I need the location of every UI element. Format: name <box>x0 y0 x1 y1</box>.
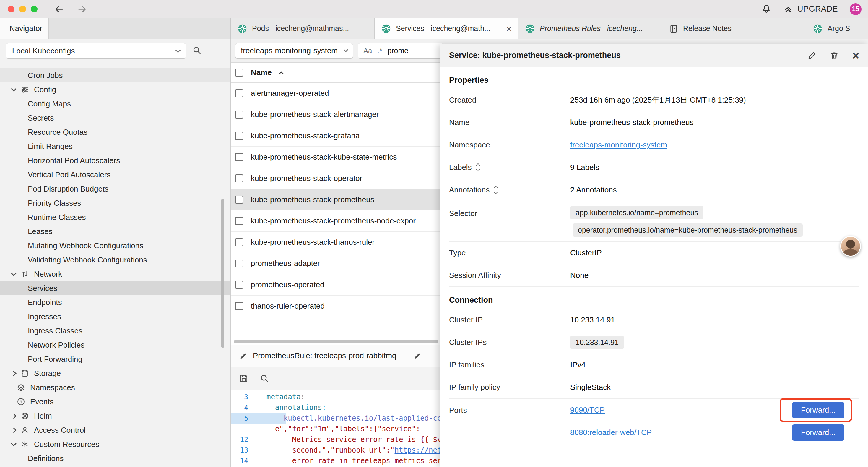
helm-icon <box>20 411 29 420</box>
port-link-8080[interactable]: 8080:reloader-web/TCP <box>570 428 652 437</box>
sidebar-item-secrets[interactable]: Secrets <box>0 111 230 125</box>
sidebar-item-ingresses[interactable]: Ingresses <box>0 310 230 324</box>
upgrade-button[interactable]: UPGRADE <box>783 4 838 14</box>
sidebar-group-access-control[interactable]: Access Control <box>0 423 230 437</box>
sidebar-item-definitions[interactable]: Definitions <box>0 451 230 466</box>
sidebar-search-icon[interactable] <box>192 46 202 56</box>
code-text: error rate in freeleaps metrics ser <box>255 456 441 466</box>
detail-row-annotations: Annotations 2 Annotations <box>449 179 859 201</box>
table-search-input[interactable]: Aa .* prome <box>358 43 444 59</box>
sidebar-item-runtime-classes[interactable]: Runtime Classes <box>0 210 230 224</box>
sidebar-toolbar: Local Kubeconfigs <box>0 39 230 63</box>
line-number: 13 <box>231 445 255 456</box>
sidebar-group-label: Custom Resources <box>34 440 99 449</box>
detail-row-labels: Labels 9 Labels <box>449 156 859 179</box>
navigator-panel-tab[interactable]: Navigator <box>0 18 49 39</box>
sidebar-group-config[interactable]: Config <box>0 83 230 97</box>
sidebar-item-validating-webhook-configurations[interactable]: Validating Webhook Configurations <box>0 253 230 267</box>
port-link-9090[interactable]: 9090/TCP <box>570 406 605 415</box>
sidebar-group-label: Storage <box>34 369 61 378</box>
close-drawer-icon[interactable]: × <box>852 50 859 61</box>
row-checkbox[interactable] <box>235 89 243 97</box>
sidebar-item-horizontal-pod-autoscalers[interactable]: Horizontal Pod Autoscalers <box>0 153 230 168</box>
user-avatar[interactable] <box>840 236 861 257</box>
row-checkbox[interactable] <box>235 281 243 289</box>
select-all-checkbox[interactable] <box>235 68 243 77</box>
sidebar-item-cron-jobs[interactable]: Cron Jobs <box>0 68 230 83</box>
sidebar-item-label: Vertical Pod Autoscalers <box>28 170 111 179</box>
service-name: kube-prometheus-stack-prometheus-node-ex… <box>251 216 416 226</box>
close-tab-icon[interactable]: × <box>506 24 512 33</box>
minimize-window-button[interactable] <box>19 6 26 12</box>
close-window-button[interactable] <box>8 6 14 12</box>
namespace-filter-value: freeleaps-monitoring-system <box>241 46 338 55</box>
sidebar-item-port-forwarding[interactable]: Port Forwarding <box>0 352 230 366</box>
sidebar-item-events[interactable]: Events <box>0 395 230 409</box>
sidebar-group-network[interactable]: Network <box>0 267 230 281</box>
delete-trash-icon[interactable] <box>830 51 839 60</box>
chevron-right-icon <box>11 428 16 433</box>
expand-collapse-icon[interactable] <box>494 186 497 194</box>
sidebar-item-label: Config Maps <box>28 99 71 109</box>
sort-ascending-icon[interactable] <box>279 71 284 76</box>
tab-release-notes[interactable]: Release Notes <box>662 18 806 39</box>
notification-count-badge[interactable]: 15 <box>850 3 862 15</box>
row-checkbox[interactable] <box>235 196 243 204</box>
sidebar-item-vertical-pod-autoscalers[interactable]: Vertical Pod Autoscalers <box>0 168 230 182</box>
sidebar-item-endpoints[interactable]: Endpoints <box>0 295 230 310</box>
regex-icon[interactable]: .* <box>377 47 382 55</box>
tab-prometheus-rules[interactable]: Prometheus Rules - icecheng... <box>519 18 662 39</box>
detail-row-ip-family-policy: IP family policy SingleStack <box>449 376 859 399</box>
row-checkbox[interactable] <box>235 302 243 310</box>
labels-count[interactable]: 9 Labels <box>570 163 859 172</box>
navigator-tab-area: Navigator <box>0 18 231 39</box>
namespace-link[interactable]: freeleaps-monitoring-system <box>570 140 667 149</box>
sidebar-item-network-policies[interactable]: Network Policies <box>0 338 230 352</box>
sidebar-item-config-maps[interactable]: Config Maps <box>0 97 230 111</box>
row-checkbox[interactable] <box>235 111 243 119</box>
detail-label: Name <box>449 118 570 127</box>
row-checkbox[interactable] <box>235 217 243 225</box>
sidebar-group-storage[interactable]: Storage <box>0 366 230 380</box>
match-case-icon[interactable]: Aa <box>363 47 372 55</box>
expand-collapse-icon[interactable] <box>476 164 479 171</box>
sidebar-item-pod-disruption-budgets[interactable]: Pod Disruption Budgets <box>0 182 230 196</box>
kubernetes-cluster-icon <box>381 24 391 34</box>
sidebar-item-resource-quotas[interactable]: Resource Quotas <box>0 125 230 139</box>
sidebar-item-ingress-classes[interactable]: Ingress Classes <box>0 324 230 338</box>
detail-row-session-affinity: Session Affinity None <box>449 264 859 287</box>
dock-tab-prometheusrule[interactable]: PrometheusRule: freeleaps-prod-rabbitmq <box>231 345 405 367</box>
tab-argo[interactable]: Argo S <box>806 18 868 39</box>
forward-button[interactable]: Forward... <box>792 425 844 441</box>
edit-pencil-icon[interactable] <box>807 51 816 60</box>
sidebar-group-helm[interactable]: Helm <box>0 409 230 423</box>
forward-button[interactable]: Forward... <box>792 402 844 418</box>
tab-pods[interactable]: Pods - icecheng@mathmas... <box>231 18 375 39</box>
sidebar-item-priority-classes[interactable]: Priority Classes <box>0 196 230 210</box>
save-icon[interactable] <box>239 373 249 383</box>
sidebar-group-custom-resources[interactable]: Custom Resources <box>0 437 230 451</box>
tab-services[interactable]: Services - icecheng@math... × <box>375 18 519 39</box>
sidebar-item-mutating-webhook-configurations[interactable]: Mutating Webhook Configurations <box>0 238 230 253</box>
sidebar-item-services[interactable]: Services <box>0 281 230 295</box>
row-checkbox[interactable] <box>235 174 243 182</box>
kubeconfig-selector[interactable]: Local Kubeconfigs <box>6 43 186 59</box>
row-checkbox[interactable] <box>235 153 243 161</box>
forward-arrow-icon[interactable] <box>77 4 87 14</box>
row-checkbox[interactable] <box>235 132 243 140</box>
search-icon[interactable] <box>259 373 270 383</box>
row-checkbox[interactable] <box>235 260 243 267</box>
sidebar-item-limit-ranges[interactable]: Limit Ranges <box>0 139 230 153</box>
selector-badge: operator.prometheus.io/name=kube-prometh… <box>572 224 803 237</box>
namespace-filter-select[interactable]: freeleaps-monitoring-system <box>235 43 353 59</box>
name-column-header[interactable]: Name <box>251 68 272 77</box>
sidebar-scrollbar[interactable] <box>221 199 224 348</box>
notifications-bell-icon[interactable] <box>761 4 771 15</box>
row-checkbox[interactable] <box>235 238 243 246</box>
annotations-count[interactable]: 2 Annotations <box>570 185 859 195</box>
sidebar-item-namespaces[interactable]: Namespaces <box>0 380 230 395</box>
back-arrow-icon[interactable] <box>54 4 64 14</box>
sidebar-item-leases[interactable]: Leases <box>0 224 230 238</box>
zoom-window-button[interactable] <box>31 6 37 12</box>
horizontal-scrollbar[interactable] <box>234 340 438 344</box>
